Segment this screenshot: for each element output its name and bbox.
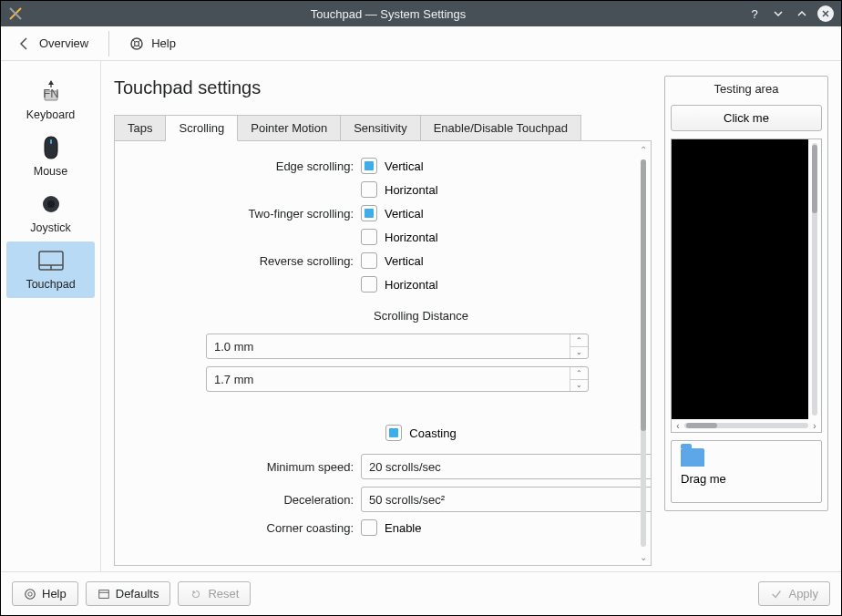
- tab-taps[interactable]: Taps: [114, 115, 166, 141]
- checkbox-label: Vertical: [385, 159, 424, 173]
- coasting-label: Coasting: [409, 426, 456, 440]
- spin-up-icon[interactable]: ⌃: [570, 334, 588, 347]
- mouse-icon: [37, 134, 65, 161]
- spinbox-value[interactable]: 1.7 mm: [207, 367, 570, 391]
- button-label: Defaults: [116, 587, 159, 601]
- help-lifebuoy-icon: [24, 588, 36, 601]
- testing-canvas-frame: ‹ ›: [671, 139, 822, 433]
- joystick-icon: [37, 190, 65, 218]
- toolbar-separator: [108, 31, 109, 56]
- checkbox-label: Horizontal: [385, 183, 438, 197]
- help-lifebuoy-icon: [129, 36, 144, 51]
- svg-point-12: [28, 591, 32, 595]
- svg-point-11: [26, 589, 36, 599]
- panel-scrollbar[interactable]: ⌃ ⌄: [636, 141, 651, 565]
- click-me-button[interactable]: Click me: [671, 105, 822, 131]
- tab-pointer-motion[interactable]: Pointer Motion: [238, 115, 341, 141]
- corner-coasting-label: Corner coasting:: [126, 521, 354, 535]
- drag-me-box[interactable]: Drag me: [671, 440, 822, 503]
- scrollbar-thumb[interactable]: [812, 145, 817, 213]
- help-icon[interactable]: ?: [746, 5, 763, 22]
- svg-rect-13: [99, 590, 109, 598]
- edge-scrolling-label: Edge scrolling:: [126, 159, 354, 173]
- dist-horizontal-spinbox[interactable]: 1.7 mm ⌃⌄: [206, 366, 589, 392]
- keyboard-icon: FN: [37, 77, 65, 105]
- folder-icon[interactable]: [681, 448, 704, 467]
- sidebar: FN Keyboard Mouse Joystick Touchpad: [1, 61, 101, 571]
- spin-down-icon[interactable]: ⌄: [570, 380, 588, 392]
- page-title: Touchpad settings: [114, 77, 652, 98]
- footer-defaults-button[interactable]: Defaults: [86, 581, 171, 606]
- twofinger-horizontal-checkbox[interactable]: [361, 229, 377, 245]
- checkbox-label: Enable: [385, 521, 421, 535]
- decel-label: Deceleration:: [126, 493, 354, 507]
- testing-heading: Testing area: [665, 77, 827, 105]
- window-title: Touchpad — System Settings: [30, 7, 746, 21]
- tab-scrolling[interactable]: Scrolling: [166, 115, 238, 141]
- spin-down-icon[interactable]: ⌄: [570, 347, 588, 359]
- button-label: Help: [42, 587, 67, 601]
- scroll-left-icon[interactable]: ‹: [672, 421, 684, 431]
- testing-area: Testing area Click me ‹ ›: [664, 76, 828, 566]
- testing-vertical-scrollbar[interactable]: [808, 139, 821, 419]
- scrollbar-thumb[interactable]: [686, 423, 717, 428]
- svg-marker-14: [193, 590, 197, 593]
- sidebar-item-touchpad[interactable]: Touchpad: [6, 241, 95, 298]
- svg-text:FN: FN: [43, 87, 58, 100]
- toolbar: Overview Help: [1, 26, 841, 61]
- testing-canvas[interactable]: [672, 139, 808, 419]
- sidebar-item-label: Touchpad: [26, 278, 75, 291]
- twofinger-vertical-checkbox[interactable]: [361, 205, 377, 221]
- decel-spinbox[interactable]: 50 scrolls/sec² ⌃⌄: [361, 487, 651, 512]
- checkbox-label: Vertical: [385, 207, 424, 221]
- edge-horizontal-checkbox[interactable]: [361, 181, 377, 198]
- button-label: Apply: [788, 587, 818, 601]
- edge-vertical-checkbox[interactable]: [361, 158, 377, 174]
- footer: Help Defaults Reset Apply: [1, 571, 841, 615]
- corner-coasting-checkbox[interactable]: [361, 519, 377, 536]
- reverse-vertical-checkbox[interactable]: [361, 252, 377, 269]
- tabbar: Taps Scrolling Pointer Motion Sensitivit…: [114, 115, 652, 141]
- checkbox-label: Vertical: [385, 254, 424, 268]
- sidebar-item-joystick[interactable]: Joystick: [6, 185, 95, 241]
- svg-point-1: [135, 41, 139, 46]
- sidebar-item-keyboard[interactable]: FN Keyboard: [6, 72, 95, 128]
- scrollbar-track[interactable]: [641, 159, 646, 547]
- minspeed-spinbox[interactable]: 20 scrolls/sec ⌃⌄: [361, 454, 651, 479]
- testing-horizontal-scrollbar[interactable]: ‹ ›: [672, 419, 821, 432]
- spinbox-value[interactable]: 20 scrolls/sec: [362, 455, 651, 478]
- button-label: Reset: [208, 587, 239, 601]
- checkbox-label: Horizontal: [385, 278, 438, 292]
- sidebar-item-label: Joystick: [30, 221, 70, 234]
- reverse-horizontal-checkbox[interactable]: [361, 276, 377, 293]
- scrolling-distance-heading: Scrolling Distance: [126, 300, 651, 326]
- drag-me-label: Drag me: [681, 472, 812, 486]
- footer-help-button[interactable]: Help: [12, 581, 78, 606]
- help-button[interactable]: Help: [124, 33, 181, 55]
- coasting-checkbox[interactable]: [385, 425, 402, 441]
- close-icon[interactable]: [817, 5, 834, 22]
- minimize-icon[interactable]: [770, 5, 786, 22]
- overview-button[interactable]: Overview: [12, 33, 94, 55]
- settings-tool-icon: [8, 6, 23, 21]
- sidebar-item-mouse[interactable]: Mouse: [6, 128, 95, 185]
- footer-apply-button[interactable]: Apply: [758, 581, 830, 606]
- spin-up-icon[interactable]: ⌃: [570, 367, 588, 380]
- tabpanel-scrolling: Edge scrolling: Vertical Horizontal Two-…: [114, 140, 652, 566]
- spinbox-value[interactable]: 50 scrolls/sec²: [362, 488, 651, 511]
- scroll-right-icon[interactable]: ›: [808, 421, 821, 431]
- scrollbar-thumb[interactable]: [641, 159, 646, 431]
- dist-vertical-spinbox[interactable]: 1.0 mm ⌃⌄: [206, 334, 589, 359]
- help-label: Help: [151, 36, 176, 50]
- svg-rect-5: [50, 139, 52, 144]
- tab-enable-disable[interactable]: Enable/Disable Touchpad: [421, 115, 581, 141]
- maximize-icon[interactable]: [794, 5, 810, 22]
- scroll-down-icon[interactable]: ⌄: [640, 549, 647, 565]
- reset-icon: [190, 588, 202, 601]
- minspeed-label: Minimum speed:: [126, 460, 354, 474]
- spinbox-value[interactable]: 1.0 mm: [207, 334, 570, 358]
- scroll-up-icon[interactable]: ⌃: [640, 141, 647, 158]
- tab-sensitivity[interactable]: Sensitivity: [341, 115, 421, 141]
- check-icon: [770, 588, 783, 601]
- footer-reset-button[interactable]: Reset: [178, 581, 251, 606]
